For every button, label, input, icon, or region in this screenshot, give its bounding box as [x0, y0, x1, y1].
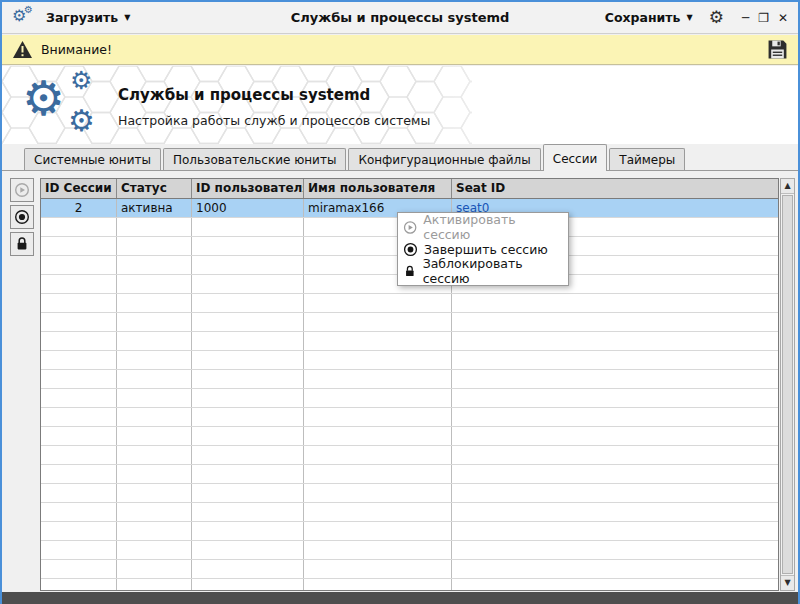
table-cell-empty: [192, 351, 304, 369]
table-cell-empty: [192, 332, 304, 350]
maximize-button[interactable]: ❐: [758, 12, 769, 24]
column-header-status[interactable]: Статус: [117, 179, 192, 198]
table-cell-empty: [304, 427, 452, 445]
table-cell-empty: [117, 313, 192, 331]
scroll-down-button[interactable]: ▼: [781, 575, 794, 590]
table-cell-empty: [192, 560, 304, 578]
table-row-empty: [41, 522, 778, 541]
table-cell-empty: [41, 560, 117, 578]
table-cell-empty: [304, 370, 452, 388]
table-cell-empty: [192, 446, 304, 464]
table-cell-empty: [304, 503, 452, 521]
table-cell-empty: [117, 484, 192, 502]
table-cell-empty: [452, 503, 778, 521]
tab-sessions[interactable]: Сессии: [543, 144, 608, 171]
table-cell-empty: [41, 389, 117, 407]
table-row-empty: [41, 313, 778, 332]
app-gears-icon: ⚙ ⚙: [12, 7, 36, 29]
lock-icon: [403, 264, 417, 279]
table-cell-empty: [192, 579, 304, 591]
activate-session-button[interactable]: [10, 178, 34, 202]
table-row-empty: [41, 484, 778, 503]
tab-timers[interactable]: Таймеры: [609, 148, 685, 171]
column-header-user-name[interactable]: Имя пользователя: [304, 179, 452, 198]
table-cell-empty: [117, 408, 192, 426]
lock-session-button[interactable]: [10, 232, 34, 256]
column-header-seat-id[interactable]: Seat ID: [452, 179, 778, 198]
table-cell-empty: [117, 275, 192, 293]
cell-session-id: 2: [41, 199, 117, 217]
menu-item-label: Заблокировать сессию: [423, 256, 560, 286]
table-cell-empty: [452, 560, 778, 578]
table-cell-empty: [192, 294, 304, 312]
settings-gear-icon[interactable]: ⚙: [709, 9, 724, 26]
load-dropdown-button[interactable]: Загрузить ▼: [46, 10, 130, 25]
gears-icon: ⚙ ⚙ ⚙: [22, 70, 110, 140]
table-cell-empty: [192, 389, 304, 407]
save-file-icon[interactable]: [767, 39, 788, 60]
table-cell-empty: [452, 294, 778, 312]
table-cell-empty: [452, 484, 778, 502]
titlebar-right-cluster: Сохранить ▼ ⚙ ─ ❐ ✕: [605, 9, 788, 26]
tab-config-files[interactable]: Конфигурационные файлы: [348, 148, 540, 171]
chevron-down-icon: ▼: [124, 14, 130, 22]
menu-item-lock-session[interactable]: Заблокировать сессию: [400, 260, 566, 282]
page-subtitle: Настройка работы служб и процессов систе…: [118, 113, 430, 128]
close-button[interactable]: ✕: [778, 12, 788, 24]
save-label: Сохранить: [605, 10, 681, 25]
table-cell-empty: [304, 484, 452, 502]
table-row-empty: [41, 579, 778, 591]
play-circle-icon: [14, 182, 30, 198]
table-row-empty: [41, 541, 778, 560]
window-title: Службы и процессы systemd: [291, 10, 510, 25]
table-cell-empty: [192, 408, 304, 426]
vertical-scrollbar[interactable]: ▲ ▼: [780, 178, 795, 591]
scrollbar-thumb[interactable]: [782, 195, 793, 574]
title-bar: ⚙ ⚙ Загрузить ▼ Службы и процессы system…: [2, 2, 798, 34]
page-title: Службы и процессы systemd: [118, 86, 370, 104]
table-cell-empty: [41, 370, 117, 388]
table-cell-empty: [192, 541, 304, 559]
table-cell-empty: [452, 389, 778, 407]
table-cell-empty: [452, 579, 778, 591]
table-cell-empty: [452, 427, 778, 445]
stop-circle-icon: [403, 242, 418, 257]
save-dropdown-button[interactable]: Сохранить ▼: [605, 10, 693, 25]
table-cell-empty: [304, 408, 452, 426]
table-cell-empty: [41, 484, 117, 502]
window-controls: ─ ❐ ✕: [742, 12, 788, 24]
table-cell-empty: [192, 370, 304, 388]
chevron-down-icon: ▼: [687, 14, 693, 22]
menu-item-activate-session[interactable]: Активировать сессию: [400, 216, 566, 238]
table-cell-empty: [117, 351, 192, 369]
table-cell-empty: [41, 446, 117, 464]
tab-user-units[interactable]: Пользовательские юниты: [163, 148, 346, 171]
terminate-session-button[interactable]: [10, 205, 34, 229]
table-cell-empty: [304, 389, 452, 407]
tab-system-units[interactable]: Системные юниты: [24, 148, 161, 171]
table-cell-empty: [117, 370, 192, 388]
gear-icon: ⚙: [22, 74, 65, 122]
tab-bar: Системные юниты Пользовательские юниты К…: [2, 144, 798, 171]
table-cell-empty: [304, 579, 452, 591]
table-cell-empty: [117, 427, 192, 445]
column-header-user-id[interactable]: ID пользователя: [192, 179, 304, 198]
window-bottom-edge: [2, 592, 798, 604]
table-row-empty: [41, 370, 778, 389]
table-cell-empty: [117, 446, 192, 464]
scroll-up-button[interactable]: ▲: [781, 179, 794, 194]
table-cell-empty: [41, 294, 117, 312]
table-cell-empty: [41, 503, 117, 521]
table-cell-empty: [192, 503, 304, 521]
table-cell-empty: [192, 256, 304, 274]
table-cell-empty: [304, 465, 452, 483]
table-row-empty: [41, 332, 778, 351]
column-header-session-id[interactable]: ID Сессии: [41, 179, 117, 198]
table-cell-empty: [117, 560, 192, 578]
table-row-empty: [41, 351, 778, 370]
cell-status: активна: [117, 199, 192, 217]
minimize-button[interactable]: ─: [742, 12, 749, 24]
gear-icon: ⚙: [68, 106, 95, 136]
session-context-menu: Активировать сессию Завершить сессию Заб…: [397, 212, 569, 286]
menu-item-label: Активировать сессию: [423, 212, 560, 242]
